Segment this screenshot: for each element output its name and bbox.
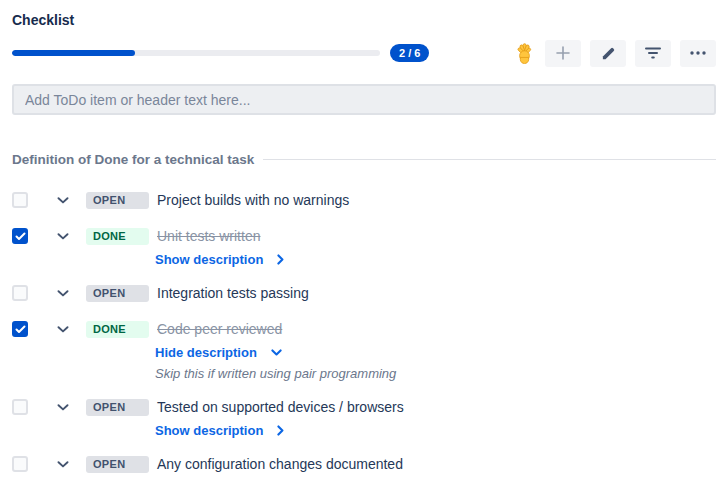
item-checkbox[interactable] <box>12 192 28 208</box>
chevron-down-icon[interactable] <box>57 461 69 468</box>
pencil-icon <box>601 46 616 61</box>
item-checkbox[interactable] <box>12 456 28 472</box>
status-badge[interactable]: OPEN <box>86 399 149 416</box>
item-text[interactable]: Integration tests passing <box>157 285 309 301</box>
add-item-input[interactable] <box>12 84 716 115</box>
item-text[interactable]: Code peer reviewed <box>157 321 282 337</box>
item-description: Skip this if written using pair programm… <box>155 366 396 381</box>
item-row: OPEN Any configuration changes documente… <box>12 453 716 475</box>
progress-row: 2 / 6 <box>12 39 716 67</box>
checklist-item: DONE Unit tests written Show description <box>12 225 716 268</box>
item-row: DONE Unit tests written <box>12 225 716 247</box>
more-options-button[interactable] <box>680 40 716 67</box>
checklist-item: OPEN Any configuration changes documente… <box>12 453 716 475</box>
item-row: DONE Code peer reviewed <box>12 318 716 340</box>
section-header: Definition of Done for a technical task <box>12 151 716 168</box>
description-toggle-row: Hide description <box>12 343 716 361</box>
filter-icon <box>644 46 662 60</box>
checklist-item: OPEN Tested on supported devices / brows… <box>12 396 716 439</box>
filter-button[interactable] <box>635 40 671 67</box>
section-divider <box>263 159 716 160</box>
item-row: OPEN Integration tests passing <box>12 282 716 304</box>
checklist-item: DONE Code peer reviewed Hide description… <box>12 318 716 382</box>
description-toggle[interactable]: Show description <box>155 423 284 438</box>
plus-icon <box>554 44 572 62</box>
description-toggle-label: Hide description <box>155 345 257 360</box>
add-item-button[interactable] <box>545 40 581 67</box>
ellipsis-icon <box>689 50 707 56</box>
panel-title: Checklist <box>12 12 716 29</box>
item-text[interactable]: Unit tests written <box>157 228 260 244</box>
chevron-right-icon <box>277 254 284 265</box>
item-text[interactable]: Any configuration changes documented <box>157 456 403 472</box>
description-toggle[interactable]: Show description <box>155 252 284 267</box>
status-badge[interactable]: DONE <box>86 321 149 338</box>
chevron-right-icon <box>277 425 284 436</box>
item-text[interactable]: Project builds with no warnings <box>157 192 349 208</box>
item-checkbox[interactable] <box>12 228 28 244</box>
item-text[interactable]: Tested on supported devices / browsers <box>157 399 404 415</box>
chevron-down-icon[interactable] <box>57 233 69 240</box>
checklist-item: OPEN Integration tests passing <box>12 282 716 304</box>
progress-count-badge: 2 / 6 <box>390 44 429 62</box>
item-description-row: Skip this if written using pair programm… <box>12 364 716 382</box>
status-badge[interactable]: OPEN <box>86 285 149 302</box>
chevron-down-icon[interactable] <box>57 326 69 333</box>
description-toggle-row: Show description <box>12 250 716 268</box>
progress-bar <box>12 50 380 56</box>
item-checkbox[interactable] <box>12 399 28 415</box>
status-badge[interactable]: DONE <box>86 228 149 245</box>
chevron-down-icon[interactable] <box>57 197 69 204</box>
toolbar <box>512 40 716 67</box>
edit-button[interactable] <box>590 40 626 67</box>
item-checkbox[interactable] <box>12 285 28 301</box>
section-title[interactable]: Definition of Done for a technical task <box>12 152 254 167</box>
hand-icon[interactable] <box>512 41 536 65</box>
description-toggle-label: Show description <box>155 423 263 438</box>
item-row: OPEN Project builds with no warnings <box>12 189 716 211</box>
chevron-down-icon[interactable] <box>57 290 69 297</box>
chevron-down-icon[interactable] <box>57 404 69 411</box>
status-badge[interactable]: OPEN <box>86 456 149 473</box>
checklist-panel: Checklist 2 / 6 <box>0 0 728 501</box>
item-row: OPEN Tested on supported devices / brows… <box>12 396 716 418</box>
item-checkbox[interactable] <box>12 321 28 337</box>
progress-fill <box>12 50 135 56</box>
checklist-item: OPEN Project builds with no warnings <box>12 189 716 211</box>
description-toggle-label: Show description <box>155 252 263 267</box>
status-badge[interactable]: OPEN <box>86 192 149 209</box>
chevron-down-icon <box>271 349 282 356</box>
checklist-items: OPEN Project builds with no warnings DON… <box>12 189 716 475</box>
description-toggle[interactable]: Hide description <box>155 345 282 360</box>
description-toggle-row: Show description <box>12 421 716 439</box>
